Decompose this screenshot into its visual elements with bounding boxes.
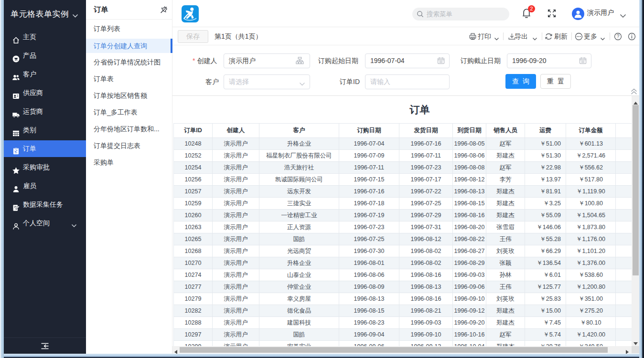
- svg-text:?: ?: [617, 34, 620, 39]
